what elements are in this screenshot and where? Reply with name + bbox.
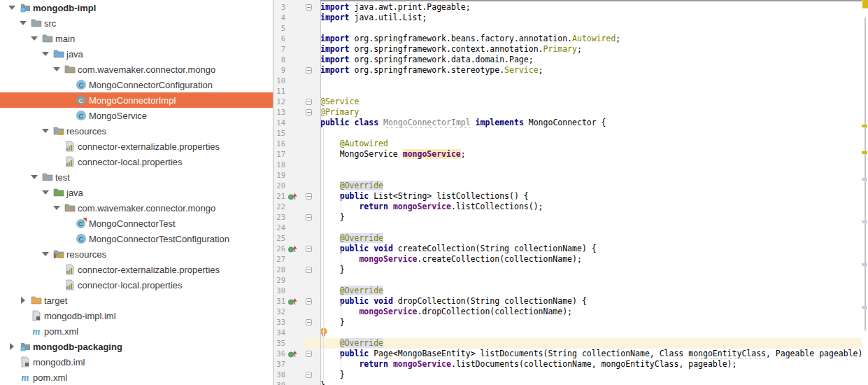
- tree-item-java[interactable]: java: [0, 46, 273, 62]
- code-line-content[interactable]: public Page<MongoBaseEntity> listDocumen…: [305, 349, 862, 359]
- usage-stripe-mark[interactable]: [862, 306, 867, 309]
- code-line-5[interactable]: 5: [273, 23, 862, 34]
- code-line-content[interactable]: }: [305, 370, 862, 380]
- overrides-method-gutter-icon[interactable]: [285, 349, 298, 359]
- tree-item-mongoconnectorimpl[interactable]: CMongoConnectorImpl: [0, 92, 273, 108]
- tree-item-mongodb-packaging[interactable]: mongodb-packaging: [0, 339, 273, 354]
- fold-start-marker[interactable]: [306, 193, 312, 200]
- code-line-content[interactable]: public List<String> listCollections() {: [305, 191, 862, 202]
- code-line-content[interactable]: }: [305, 317, 862, 328]
- tree-item-java[interactable]: java: [0, 185, 273, 200]
- code-line-26[interactable]: 26 public void createCollection(String c…: [273, 244, 862, 254]
- code-editor[interactable]: 3import java.awt.print.Pageable;4import …: [273, 0, 868, 385]
- code-line-11[interactable]: 11: [273, 86, 862, 97]
- code-line-content[interactable]: return mongoService.listDocuments(collec…: [305, 359, 862, 370]
- code-line-content[interactable]: public void createCollection(String coll…: [305, 244, 862, 254]
- code-line-15[interactable]: 15: [273, 128, 862, 139]
- code-line-content[interactable]: [305, 128, 862, 139]
- code-line-content[interactable]: }: [305, 265, 862, 275]
- overrides-method-gutter-icon[interactable]: [285, 191, 298, 202]
- overrides-method-gutter-icon[interactable]: [285, 296, 298, 307]
- code-line-7[interactable]: 7import org.springframework.context.anno…: [273, 44, 862, 55]
- code-line-content[interactable]: [305, 223, 862, 233]
- chevron-expanded-icon[interactable]: [39, 190, 52, 195]
- editor-scrollbar-thumb[interactable]: [865, 18, 866, 330]
- code-line-content[interactable]: mongoService.createCollection(collection…: [305, 254, 862, 265]
- tree-item-mongoconnectortestconfiguration[interactable]: CMongoConnectorTestConfiguration: [0, 231, 273, 246]
- code-line-content[interactable]: @Autowired: [305, 139, 862, 149]
- code-line-content[interactable]: MongoService mongoService;: [305, 149, 862, 160]
- code-line-content[interactable]: }: [305, 212, 862, 223]
- fold-end-marker[interactable]: [306, 319, 312, 326]
- code-line-content[interactable]: @Override: [305, 181, 862, 191]
- tree-item-main[interactable]: main: [0, 31, 273, 46]
- code-line-content[interactable]: @Primary: [305, 107, 862, 118]
- chevron-expanded-icon[interactable]: [39, 129, 52, 133]
- code-line-30[interactable]: 30 @Override: [273, 286, 862, 296]
- usage-stripe-mark[interactable]: [862, 220, 867, 223]
- code-line-content[interactable]: @Override: [305, 338, 862, 349]
- chevron-expanded-icon[interactable]: [6, 6, 18, 10]
- code-line-content[interactable]: mongoService.dropCollection(collectionNa…: [305, 307, 862, 317]
- warning-stripe-mark[interactable]: [862, 125, 867, 127]
- code-line-content[interactable]: [305, 160, 862, 170]
- code-line-16[interactable]: 16 @Autowired: [273, 139, 862, 149]
- tree-item-com-wavemaker-connector-mongo[interactable]: com.wavemaker.connector.mongo: [0, 200, 273, 216]
- project-tree-panel[interactable]: mongodb-implsrcmainjavacom.wavemaker.con…: [0, 0, 273, 385]
- code-line-content[interactable]: [305, 86, 862, 97]
- code-line-content[interactable]: import org.springframework.beans.factory…: [305, 34, 862, 44]
- code-line-18[interactable]: 18: [273, 160, 862, 170]
- tree-item-mongodb-impl[interactable]: mongodb-impl: [0, 0, 273, 15]
- chevron-collapsed-icon[interactable]: [17, 297, 29, 304]
- code-line-24[interactable]: 24: [273, 223, 862, 233]
- fold-start-marker[interactable]: [306, 298, 312, 304]
- code-line-32[interactable]: 32 mongoService.dropCollection(collectio…: [273, 307, 862, 317]
- fold-end-marker[interactable]: [306, 267, 312, 273]
- code-line-10[interactable]: 10: [273, 76, 862, 86]
- tree-item-pom-xml[interactable]: mpom.xml: [0, 323, 273, 339]
- code-line-13[interactable]: 13@Primary: [273, 107, 862, 118]
- code-line-31[interactable]: 31 public void dropCollection(String col…: [273, 296, 862, 307]
- tree-item-com-wavemaker-connector-mongo[interactable]: com.wavemaker.connector.mongo: [0, 62, 273, 77]
- code-line-27[interactable]: 27 mongoService.createCollection(collect…: [273, 254, 862, 265]
- tree-item-pom-xml[interactable]: mpom.xml: [0, 370, 273, 385]
- usage-stripe-mark[interactable]: [862, 263, 867, 266]
- chevron-expanded-icon[interactable]: [17, 21, 29, 25]
- code-line-14[interactable]: 14public class MongoConnectorImpl implem…: [273, 118, 862, 128]
- code-line-39[interactable]: 39}: [273, 380, 862, 385]
- tree-item-mongodb-impl-iml[interactable]: mongodb-impl.iml: [0, 308, 273, 323]
- code-line-content[interactable]: [305, 170, 862, 181]
- tree-item-connector-local-properties[interactable]: connector-local.properties: [0, 154, 273, 169]
- inspection-status-indicator[interactable]: [862, 0, 868, 8]
- code-line-content[interactable]: import org.springframework.stereotype.Se…: [305, 65, 862, 76]
- code-line-22[interactable]: 22 return mongoService.listCollections()…: [273, 202, 862, 212]
- warning-stripe-mark[interactable]: [862, 151, 867, 154]
- code-line-33[interactable]: 33 }: [273, 317, 862, 328]
- tree-item-mongodb-iml[interactable]: mongodb.iml: [0, 354, 273, 370]
- fold-end-marker[interactable]: [306, 109, 312, 115]
- chevron-expanded-icon[interactable]: [39, 252, 52, 256]
- fold-start-marker[interactable]: [306, 4, 312, 10]
- tree-item-mongoservice[interactable]: CMongoService: [0, 108, 273, 123]
- chevron-expanded-icon[interactable]: [50, 206, 63, 210]
- code-line-28[interactable]: 28 }: [273, 265, 862, 275]
- code-line-12[interactable]: 12@Service: [273, 97, 862, 107]
- code-line-content[interactable]: [305, 76, 862, 86]
- code-line-36[interactable]: 36 public Page<MongoBaseEntity> listDocu…: [273, 349, 862, 359]
- code-line-3[interactable]: 3import java.awt.print.Pageable;: [273, 2, 862, 13]
- tree-item-connector-externalizable-properties[interactable]: connector-externalizable.properties: [0, 139, 273, 154]
- tree-item-src[interactable]: src: [0, 15, 273, 31]
- tree-item-connector-externalizable-properties[interactable]: connector-externalizable.properties: [0, 262, 273, 277]
- code-line-23[interactable]: 23 }: [273, 212, 862, 223]
- code-line-content[interactable]: @Service: [305, 97, 862, 107]
- code-line-35[interactable]: 35 @Override: [273, 338, 862, 349]
- code-line-content[interactable]: [305, 328, 862, 338]
- chevron-expanded-icon[interactable]: [39, 52, 52, 56]
- code-line-content[interactable]: import org.springframework.data.domain.P…: [305, 55, 862, 65]
- code-line-29[interactable]: 29: [273, 275, 862, 286]
- code-line-17[interactable]: 17 MongoService mongoService;: [273, 149, 862, 160]
- code-line-content[interactable]: [305, 275, 862, 286]
- fold-end-marker[interactable]: [306, 372, 312, 378]
- overrides-method-gutter-icon[interactable]: [285, 244, 298, 254]
- code-line-content[interactable]: return mongoService.listCollections();: [305, 202, 862, 212]
